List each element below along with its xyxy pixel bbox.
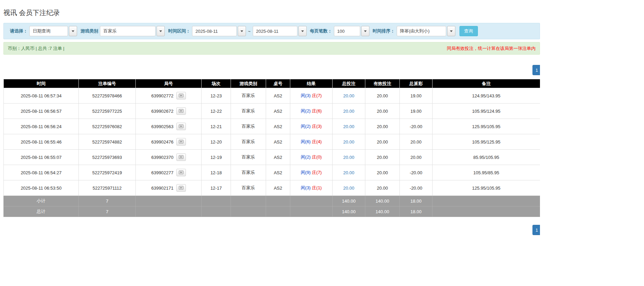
table-row: 2025-08-11 06:55:07522725973693639902370… bbox=[4, 150, 540, 165]
cell-bet-id: 522725974882 bbox=[79, 134, 136, 150]
search-button[interactable]: 查询 bbox=[459, 26, 478, 36]
column-header: 总投注 bbox=[333, 79, 365, 88]
game-type-dropdown[interactable]: 百家乐 bbox=[100, 26, 165, 36]
cell-bet-id: 522725978466 bbox=[79, 88, 136, 104]
result-player: 闲(9) bbox=[301, 170, 311, 175]
game-type-value: 百家乐 bbox=[100, 26, 156, 36]
sort-order-dropdown[interactable]: 降幂(由大到小) bbox=[397, 26, 455, 36]
video-icon bbox=[179, 186, 184, 191]
column-header: 游戏类别 bbox=[231, 79, 266, 88]
video-replay-button[interactable] bbox=[176, 123, 186, 130]
total-total-bet: 140.00 bbox=[333, 206, 365, 217]
total-bet-link[interactable]: 20.00 bbox=[343, 186, 354, 191]
page-1-button[interactable]: 1 bbox=[532, 225, 540, 235]
subtotal-row: 小计7140.00140.0018.00 bbox=[4, 196, 540, 206]
chevron-down-icon[interactable] bbox=[238, 26, 246, 36]
subtotal-total-bet: 140.00 bbox=[333, 196, 365, 206]
per-page-dropdown[interactable]: 100 bbox=[334, 26, 369, 36]
cell-table-no: AS2 bbox=[266, 180, 290, 196]
cell-round: 639902171 bbox=[136, 180, 202, 196]
cell-table-no: AS2 bbox=[266, 104, 290, 119]
video-replay-button[interactable] bbox=[176, 153, 186, 161]
table-row: 2025-08-11 06:56:24522725976082639902563… bbox=[4, 119, 540, 134]
cell-total-bet: 20.00 bbox=[333, 180, 365, 196]
total-label: 总计 bbox=[4, 206, 79, 217]
cell-result: 闲(2) 庄(0) bbox=[290, 150, 333, 165]
per-page-label: 每页笔数： bbox=[310, 28, 332, 34]
chevron-down-icon[interactable] bbox=[361, 26, 369, 36]
round-number: 639902563 bbox=[151, 124, 173, 129]
chevron-down-icon[interactable] bbox=[157, 26, 165, 36]
cell-session: 12-17 bbox=[202, 180, 231, 196]
result-banker: 庄(4) bbox=[312, 139, 322, 144]
cell-bet-id: 522725977225 bbox=[79, 104, 136, 119]
chevron-down-icon[interactable] bbox=[298, 26, 307, 36]
cell-session: 12-18 bbox=[202, 165, 231, 180]
filter-bar: 请选择： 日期查询 游戏类别 百家乐 时间区间： 2025-08-11 ~ 20… bbox=[3, 23, 540, 39]
query-type-value: 日期查询 bbox=[29, 26, 68, 36]
date-to-picker[interactable]: 2025-08-11 bbox=[253, 26, 307, 36]
column-header: 场次 bbox=[202, 79, 231, 88]
cell-payout: -20.00 bbox=[400, 165, 433, 180]
subtotal-payout: 18.00 bbox=[400, 196, 433, 206]
cell-payout: -20.00 bbox=[400, 180, 433, 196]
select-type-label: 请选择： bbox=[10, 28, 28, 34]
cell-result: 闲(6) 庄(4) bbox=[290, 134, 333, 150]
cell-result: 闲(2) 庄(6) bbox=[290, 104, 333, 119]
round-number: 639902277 bbox=[151, 170, 173, 175]
result-player: 闲(3) bbox=[301, 185, 311, 190]
video-icon bbox=[179, 93, 184, 98]
page-1-button[interactable]: 1 bbox=[532, 65, 540, 75]
column-header: 有效投注 bbox=[365, 79, 400, 88]
cell-total-bet: 20.00 bbox=[333, 88, 365, 104]
cell-game-type: 百家乐 bbox=[231, 165, 266, 180]
sort-order-value: 降幂(由大到小) bbox=[397, 26, 446, 36]
video-icon bbox=[179, 155, 184, 160]
cell-remark: 105.95/85.95 bbox=[433, 165, 540, 180]
cell-round: 639902370 bbox=[136, 150, 202, 165]
video-replay-button[interactable] bbox=[176, 138, 186, 146]
total-bet-link[interactable]: 20.00 bbox=[343, 170, 354, 175]
cell-remark: 105.95/124.95 bbox=[433, 104, 540, 119]
result-banker: 庄(3) bbox=[312, 124, 322, 129]
round-number: 639902672 bbox=[151, 109, 173, 114]
table-header-row: 时间注单编号局号场次游戏类别桌号结果总投注有效投注总派彩备注 bbox=[4, 79, 540, 88]
video-replay-button[interactable] bbox=[176, 107, 186, 115]
cell-remark: 125.95/105.95 bbox=[433, 180, 540, 196]
column-header: 桌号 bbox=[266, 79, 290, 88]
cell-game-type: 百家乐 bbox=[231, 119, 266, 134]
column-header: 时间 bbox=[4, 79, 79, 88]
video-replay-button[interactable] bbox=[176, 169, 186, 176]
bet-records-table: 时间注单编号局号场次游戏类别桌号结果总投注有效投注总派彩备注 2025-08-1… bbox=[3, 79, 540, 217]
chevron-down-icon[interactable] bbox=[447, 26, 455, 36]
total-bet-link[interactable]: 20.00 bbox=[343, 155, 354, 160]
cell-payout: 19.00 bbox=[400, 104, 433, 119]
cell-valid-bet: 20.00 bbox=[365, 119, 400, 134]
video-replay-button[interactable] bbox=[176, 184, 186, 192]
total-bet-link[interactable]: 20.00 bbox=[343, 93, 354, 98]
cell-total-bet: 20.00 bbox=[333, 104, 365, 119]
time-range-label: 时间区间： bbox=[168, 28, 190, 34]
cell-time: 2025-08-11 06:55:07 bbox=[4, 150, 79, 165]
total-payout: 18.00 bbox=[400, 206, 433, 217]
cell-round: 639902277 bbox=[136, 165, 202, 180]
round-number: 639902476 bbox=[151, 139, 173, 145]
date-from-picker[interactable]: 2025-08-11 bbox=[192, 26, 246, 36]
query-type-dropdown[interactable]: 日期查询 bbox=[29, 26, 77, 36]
cell-total-bet: 20.00 bbox=[333, 134, 365, 150]
total-bet-link[interactable]: 20.00 bbox=[343, 124, 354, 129]
cell-session: 12-20 bbox=[202, 134, 231, 150]
table-row: 2025-08-11 06:57:34522725978466639902772… bbox=[4, 88, 540, 104]
cell-total-bet: 20.00 bbox=[333, 150, 365, 165]
cell-round: 639902476 bbox=[136, 134, 202, 150]
chevron-down-icon[interactable] bbox=[69, 26, 77, 36]
column-header: 备注 bbox=[433, 79, 540, 88]
total-bet-link[interactable]: 20.00 bbox=[343, 139, 354, 145]
total-bet-link[interactable]: 20.00 bbox=[343, 109, 354, 114]
cell-bet-id: 522725976082 bbox=[79, 119, 136, 134]
total-row: 总计7140.00140.0018.00 bbox=[4, 206, 540, 217]
cell-result: 闲(3) 庄(1) bbox=[290, 180, 333, 196]
column-header: 注单编号 bbox=[79, 79, 136, 88]
round-number: 639902370 bbox=[151, 155, 173, 160]
video-replay-button[interactable] bbox=[176, 92, 186, 99]
